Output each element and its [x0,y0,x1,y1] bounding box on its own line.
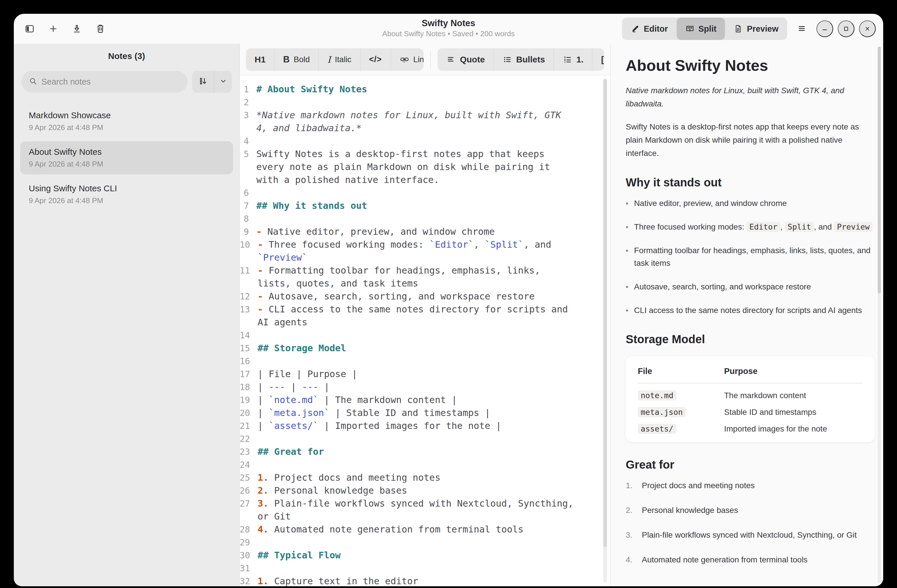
sort-split-button [192,71,232,93]
text-span: Personal knowledge bases [642,506,738,514]
maximize-button[interactable] [838,20,854,37]
editor-line: 11- Formatting toolbar for headings, emp… [240,264,611,290]
toolbar-separator [430,51,431,68]
editor-scrollbar-thumb[interactable] [603,79,607,547]
note-list-item[interactable]: Markdown Showcase9 Apr 2026 at 4:48 PM [20,105,233,138]
inline-code: Split [785,222,814,232]
editor-line: 15## Storage Model [240,342,611,355]
md-span-p: Capture text in the editor [269,576,418,586]
inline-code-button[interactable]: </> [360,48,391,71]
md-span-p: Plain-file workflows synced with Nextclo… [257,498,579,522]
editor-line: 31 [240,562,611,575]
view-mode-switcher: EditorSplitPreview [622,18,787,40]
line-number: 8 [240,212,256,225]
line-text: ## Great for [257,445,573,458]
line-number: 19 [240,394,257,406]
line-number: 32 [240,575,257,586]
link-icon [400,55,409,64]
table-cell-file: assets/ [638,424,724,433]
md-span-m: 1. [257,576,269,586]
task-list-button[interactable]: [] [592,48,604,71]
line-text: Swifty Notes is a desktop-first notes ap… [256,148,572,187]
quote-icon [446,55,456,64]
line-text [256,187,572,199]
app-body: Notes (3) Markdown Showcase9 Apr 2026 at… [14,44,883,586]
numbered-list-button[interactable]: 1. [554,48,592,71]
tab-editor[interactable]: Editor [622,18,677,40]
toggle-sidebar-button[interactable] [21,20,38,37]
delete-note-button[interactable] [92,20,109,37]
link-button[interactable]: Link [391,48,424,71]
md-span-h: # About Swifty Notes [256,84,367,95]
md-span-p: | The markdown content | [318,394,457,405]
editor-line: 24 [240,458,611,471]
preview-numbered-item: 3.Plain-file workflows synced with Nextc… [626,529,874,541]
preview-section-heading: Why it stands out [626,176,874,189]
editor-line: 13- CLI access to the same notes directo… [240,303,611,329]
editor-line: 23## Great for [240,445,611,458]
preview-bullet-item: •CLI access to the same notes directory … [626,304,874,317]
sort-options-button[interactable] [214,71,232,93]
minimize-button[interactable] [816,20,833,37]
markdown-editor[interactable]: 1# About Swifty Notes23*Native markdown … [240,75,611,586]
tab-preview[interactable]: Preview [725,18,787,40]
line-number: 29 [240,536,257,549]
md-span-c: `note.md` [269,394,318,405]
note-list-item[interactable]: About Swifty Notes9 Apr 2026 at 4:48 PM [20,141,233,175]
table-cell-purpose: The markdown content [724,391,862,400]
md-span-i: *Native markdown notes for Linux, built … [256,110,567,133]
editor-line: 20| `meta.json` | Stable ID and timestam… [240,406,611,420]
sort-notes-button[interactable] [192,71,214,93]
quote-button[interactable]: Quote [438,48,494,71]
search-input[interactable] [41,77,180,87]
line-text [256,96,572,109]
line-number: 15 [240,342,257,355]
preview-numbered-item: 1.Project docs and meeting notes [626,479,874,492]
md-span-p: Project docs and meeting notes [269,472,441,483]
hamburger-menu-icon [797,23,807,35]
inline-code-glyph: </> [369,55,382,64]
bullet-list-button[interactable]: Bullets [493,48,554,71]
main-menu-button[interactable] [793,20,810,37]
line-number: 25 [240,471,257,484]
window-subtitle: About Swifty Notes • Saved • 200 words [382,29,515,38]
md-span-p: | [257,420,269,431]
line-number: 23 [240,445,257,458]
line-number: 11 [240,264,257,290]
line-text [257,536,573,549]
list-number: 3. [626,529,638,541]
search-field[interactable] [21,71,188,93]
close-button[interactable] [859,20,876,37]
heading-button[interactable]: H1 [246,48,274,71]
line-number: 30 [240,549,257,562]
line-text: *Native markdown notes for Linux, built … [256,109,572,135]
line-number: 28 [240,523,257,536]
chevron-down-icon [219,77,227,86]
line-text: 2. Personal knowledge bases [257,484,573,497]
line-number: 12 [240,290,257,303]
md-span-p: Swifty Notes is a desktop-first notes ap… [256,149,556,185]
new-note-button[interactable] [45,20,61,37]
md-span-p: Three focused working modes: [263,239,429,250]
md-span-m: - [257,304,263,315]
file-name-code: meta.json [638,407,686,417]
tab-split[interactable]: Split [677,18,725,40]
table-cell-file: meta.json [638,407,724,417]
table-header-row: FilePurpose [638,366,862,383]
md-span-p: | [257,394,269,405]
toolbar-group-format: H1BBoldIItalic</>Link [246,48,424,71]
editor-line: 10- Three focused working modes: `Editor… [240,238,611,264]
import-note-button[interactable] [69,20,85,37]
table-row: note.mdThe markdown content [638,383,862,400]
note-date: 9 Apr 2026 at 4:48 PM [29,123,224,132]
book-icon [685,24,695,34]
titlebar-left-actions [21,20,109,37]
table-cell-purpose: Stable ID and timestamps [724,407,862,417]
trash-icon [95,24,106,34]
note-list-item[interactable]: Using Swifty Notes CLI9 Apr 2026 at 4:48… [20,178,233,211]
line-text: 1. Capture text in the editor [257,575,573,586]
line-text [257,458,573,471]
bold-button[interactable]: BBold [274,48,318,71]
italic-button[interactable]: IItalic [318,48,360,71]
preview-scrollbar-thumb[interactable] [878,47,881,293]
